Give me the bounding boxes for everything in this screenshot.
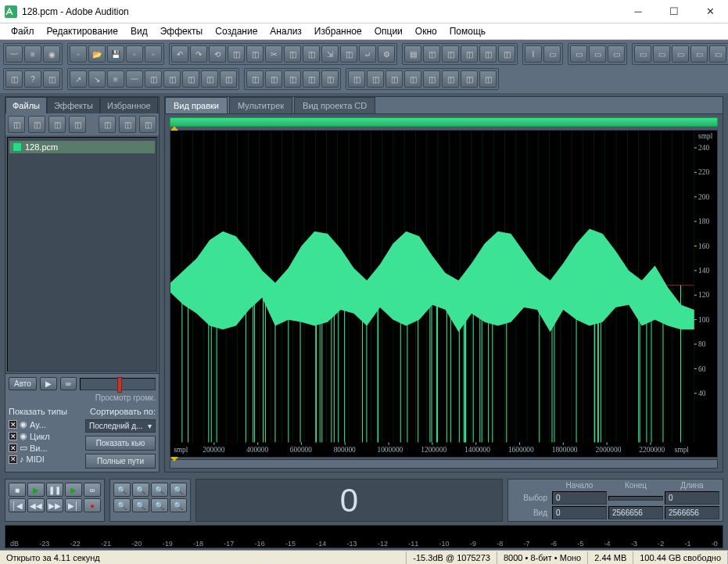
tb2-env-icon[interactable]: 〰 [126,70,143,88]
main-tab-cd[interactable]: Вид проекта CD [294,97,375,113]
loop-button[interactable]: ∞ [84,483,101,497]
tb2-help-icon[interactable]: ? [24,70,41,88]
tb-marquee-icon[interactable]: ▭ [543,45,561,63]
go-end-button[interactable]: ▶│ [65,498,82,512]
tb-panel5-icon[interactable]: ▭ [709,45,726,63]
tb-panel4-icon[interactable]: ▭ [690,45,708,63]
tb-settings-icon[interactable]: ⚙ [378,45,395,63]
tb2-j-icon[interactable]: ◫ [284,70,301,88]
stop-button[interactable]: ■ [9,483,26,497]
tb-tool3-icon[interactable]: ◫ [284,45,301,63]
tb-cd-icon[interactable]: ◉ [43,45,60,63]
tb-freq-icon[interactable]: ◫ [461,45,478,63]
side-tab-files[interactable]: Файлы [5,97,47,113]
play-preview-button[interactable]: ▶ [40,377,57,390]
close-button[interactable]: ✕ [692,0,728,23]
tb2-m-icon[interactable]: ◫ [348,70,365,88]
tb-multitrack-icon[interactable]: ≡ [24,45,41,63]
forward-button[interactable]: ▶▶ [46,498,63,512]
main-tab-edit[interactable]: Вид правки [165,97,228,113]
tb-tool4-icon[interactable]: ◫ [340,45,357,63]
tb2-fade1-icon[interactable]: ↗ [70,70,87,88]
tb2-d-icon[interactable]: ◫ [163,70,181,88]
tb2-e-icon[interactable]: ◫ [182,70,199,88]
tb-panel3-icon[interactable]: ▭ [672,45,689,63]
menu-generate[interactable]: Создание [209,23,264,39]
menu-favorites[interactable]: Избранное [308,23,368,39]
auto-play-button[interactable]: Авто [9,377,37,390]
zoom-full-button[interactable]: 🔍 [151,483,168,497]
zoom-sel-button[interactable]: 🔍 [170,483,187,497]
zoom-in-h-button[interactable]: 🔍 [113,483,131,497]
tb-cut-icon[interactable]: ✂ [265,45,282,63]
tb2-a-icon[interactable]: ◫ [5,70,23,88]
tb-undo-icon[interactable]: ↶ [171,45,188,63]
file-item[interactable]: 128.pcm [9,141,155,153]
tb2-r-icon[interactable]: ◫ [442,70,459,88]
maximize-button[interactable]: ☐ [656,0,692,23]
waveform-display[interactable]: 406080100120140160180200220240smpl200000… [170,130,718,458]
horizontal-scrollbar[interactable] [170,459,718,469]
rewind-button[interactable]: ◀◀ [27,498,45,512]
zoom-right-button[interactable]: 🔍 [170,498,187,512]
side-edit-icon[interactable]: ◫ [69,116,86,133]
tb-win1-icon[interactable]: ▭ [570,45,587,63]
tb2-b-icon[interactable]: ◫ [43,70,60,88]
tb2-k-icon[interactable]: ◫ [303,70,320,88]
preview-volume-slider[interactable] [80,378,156,390]
zoom-in-v-button[interactable]: 🔍 [113,498,131,512]
tb2-o-icon[interactable]: ◫ [386,70,403,88]
check-loop[interactable]: ✕ [9,432,17,440]
tb2-i-icon[interactable]: ◫ [265,70,282,88]
sort-dropdown[interactable]: Последний д...▾ [85,419,156,433]
check-audio[interactable]: ✕ [9,420,17,429]
tb-panel1-icon[interactable]: ▭ [634,45,651,63]
zoom-left-button[interactable]: 🔍 [151,498,168,512]
full-paths-button[interactable]: Полные пути [85,454,156,469]
tb-convert-icon[interactable]: ⤾ [359,45,376,63]
tb2-g-icon[interactable]: ◫ [220,70,237,88]
tb2-l-icon[interactable]: ◫ [321,70,339,88]
play-button[interactable]: ▶ [27,483,45,497]
menu-view[interactable]: Вид [124,23,154,39]
timecode-display[interactable]: 0 [195,479,503,522]
side-insert-icon[interactable]: ◫ [48,116,66,133]
side-import-icon[interactable]: ◫ [8,116,25,133]
zoom-out-h-button[interactable]: 🔍 [132,483,149,497]
tb-new-icon[interactable]: ▫ [70,45,87,63]
tb2-p-icon[interactable]: ◫ [404,70,421,88]
menu-edit[interactable]: Редактирование [41,23,124,39]
tb-cursor-icon[interactable]: I [525,45,542,63]
tb-copy-new-icon[interactable]: ▫ [126,45,143,63]
go-start-button[interactable]: │◀ [9,498,26,512]
tb-trim-icon[interactable]: ⇲ [321,45,339,63]
tb2-q-icon[interactable]: ◫ [423,70,440,88]
tb-tool2-icon[interactable]: ◫ [246,45,264,63]
tb-bot-icon[interactable]: ◫ [498,45,515,63]
side-close-icon[interactable]: ◫ [28,116,45,133]
pause-button[interactable]: ❚❚ [46,483,63,497]
tb-panel2-icon[interactable]: ▭ [653,45,670,63]
tb-repeat-icon[interactable]: ⟲ [209,45,226,63]
menu-effects[interactable]: Эффекты [154,23,210,39]
tb-open-icon[interactable]: 📂 [88,45,106,63]
tb-save-icon[interactable]: 💾 [107,45,124,63]
side-opt2-icon[interactable]: ◫ [119,116,136,133]
tb2-s-icon[interactable]: ◫ [461,70,478,88]
level-meter[interactable]: dB-23-22-21-20-19-18-17-16-15-14-13-12-1… [5,525,723,548]
tb-win3-icon[interactable]: ▭ [608,45,625,63]
tb2-fade2-icon[interactable]: ↘ [88,70,106,88]
loop-preview-button[interactable]: ∞ [60,377,77,390]
record-button[interactable]: ● [84,498,101,512]
zoom-out-v-button[interactable]: 🔍 [132,498,149,512]
view-begin-field[interactable]: 0 [552,506,607,519]
menu-file[interactable]: Файл [5,23,41,39]
main-tab-multitrack[interactable]: Мультитрек [229,97,292,113]
sel-end-field[interactable] [608,496,663,501]
side-tab-favorites[interactable]: Избранное [100,97,158,113]
menu-options[interactable]: Опции [368,23,409,39]
minimize-button[interactable]: ─ [620,0,656,23]
menu-window[interactable]: Окно [409,23,443,39]
side-opt3-icon[interactable]: ◫ [139,116,156,133]
tb2-c-icon[interactable]: ◫ [145,70,162,88]
